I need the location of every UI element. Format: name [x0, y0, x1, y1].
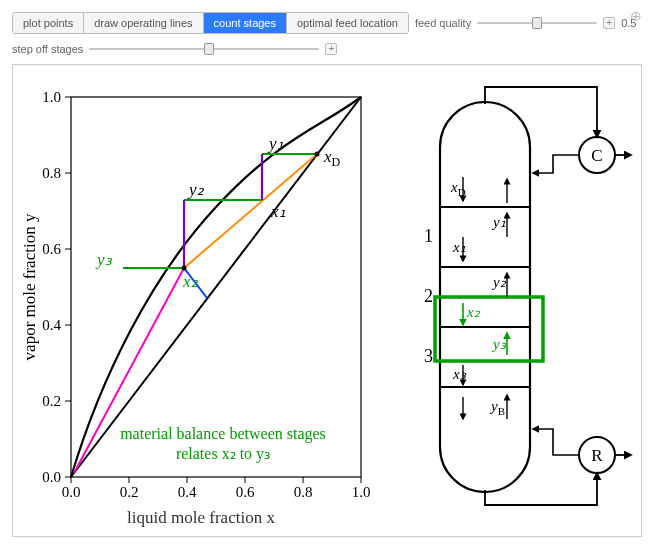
step-off-label: step off stages — [12, 43, 83, 55]
chart-caption-2: relates x₂ to y₃ — [176, 445, 270, 463]
label-y3: y₃ — [95, 250, 113, 269]
ytick-3: 0.6 — [42, 241, 61, 257]
col-x2: x₂ — [466, 304, 481, 320]
reboiler-label: R — [591, 446, 603, 465]
ytick-5: 1.0 — [42, 89, 61, 105]
mode-tabs: plot points draw operating lines count s… — [12, 12, 409, 34]
step-off-expand[interactable]: + — [325, 43, 337, 55]
svg-line-14 — [184, 154, 317, 268]
label-y2: y₂ — [187, 180, 205, 199]
stage-2-label: 2 — [424, 286, 433, 306]
chart-caption-1: material balance between stages — [120, 425, 326, 443]
ytick-4: 0.8 — [42, 165, 61, 181]
stage-3-label: 3 — [424, 346, 433, 366]
col-x3: x₃ — [452, 366, 467, 382]
xtick-1: 0.2 — [120, 484, 139, 500]
ylabel: vapor mole fraction y — [21, 213, 39, 360]
label-xD: xD — [323, 147, 341, 169]
svg-rect-28 — [435, 297, 543, 361]
xtick-4: 0.8 — [294, 484, 313, 500]
svg-point-23 — [182, 266, 187, 271]
col-y1: y₁ — [491, 214, 506, 230]
xtick-5: 1.0 — [352, 484, 371, 500]
xtick-3: 0.6 — [236, 484, 255, 500]
ytick-0: 0.0 — [42, 469, 61, 485]
xtick-2: 0.4 — [178, 484, 197, 500]
svg-line-15 — [74, 268, 184, 473]
stage-1-label: 1 — [424, 226, 433, 246]
xlabel: liquid mole fraction x — [21, 508, 381, 528]
expand-icon[interactable]: ⊕ — [630, 8, 642, 24]
mccabe-thiele-chart: 0.0 0.2 0.4 0.6 0.8 1.0 0.0 0.2 0.4 0.6 … — [21, 77, 381, 528]
ytick-2: 0.4 — [42, 317, 61, 333]
feed-quality-expand[interactable]: + — [603, 17, 615, 29]
tab-plot-points[interactable]: plot points — [13, 13, 84, 33]
col-y2: y₂ — [491, 274, 507, 290]
svg-point-22 — [315, 152, 320, 157]
main-panel: 0.0 0.2 0.4 0.6 0.8 1.0 0.0 0.2 0.4 0.6 … — [12, 64, 642, 537]
xtick-0: 0.0 — [62, 484, 81, 500]
ytick-1: 0.2 — [42, 393, 61, 409]
tab-optimal-feed[interactable]: optimal feed location — [287, 13, 408, 33]
feed-quality-slider[interactable] — [477, 16, 597, 30]
col-x1: x₁ — [452, 239, 466, 255]
col-y3: y₃ — [491, 336, 507, 352]
label-x2: x₂ — [182, 272, 199, 291]
feed-quality-label: feed quality — [415, 17, 471, 29]
tab-count-stages[interactable]: count stages — [204, 13, 287, 33]
condenser-label: C — [591, 146, 602, 165]
step-off-slider[interactable] — [89, 42, 319, 56]
col-yB: yB — [489, 398, 505, 417]
label-y1: y₁ — [267, 134, 284, 153]
label-x1: x₁ — [270, 202, 286, 221]
tab-draw-lines[interactable]: draw operating lines — [84, 13, 203, 33]
column-diagram: 1 2 3 C R xD — [385, 77, 635, 528]
